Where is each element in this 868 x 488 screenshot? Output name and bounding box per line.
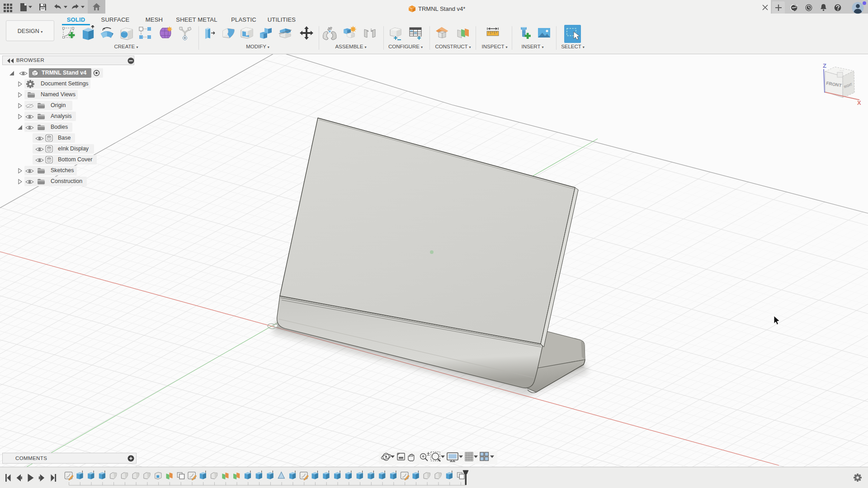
svg-text:Z: Z	[823, 62, 826, 69]
svg-text:X: X	[857, 99, 861, 106]
